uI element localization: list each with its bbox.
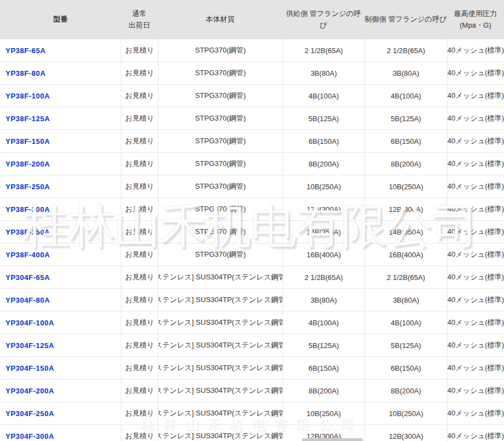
supply-flange-cell: 4B(100A) (282, 85, 364, 107)
model-link[interactable]: YP38F-300A (6, 205, 50, 214)
model-link[interactable]: YP304F-250A (6, 409, 54, 418)
ship-date-cell: お見積り (121, 107, 158, 130)
control-flange-cell: 8B(200A) (364, 153, 447, 175)
mesh-cell: 40メッシュ(標準) (447, 153, 504, 175)
mesh-cell: 40メッシュ(標準) (447, 334, 504, 357)
mesh-cell: 40メッシュ(標準) (447, 243, 504, 266)
model-link[interactable]: YP304F-100A (6, 319, 54, 327)
mesh-cell: 40メッシュ(標準) (447, 198, 504, 221)
model-link[interactable]: YP38F-400A (6, 251, 50, 259)
model-cell: YP38F-200A (0, 153, 121, 175)
table-row: YP304F-150A お見積り [ステンレス] SUS304TP(ステンレス鋼… (0, 357, 504, 380)
table-row: YP304F-200A お見積り [ステンレス] SUS304TP(ステンレス鋼… (0, 380, 504, 402)
ship-date-cell: お見積り (121, 243, 158, 266)
supply-flange-cell: 5B(125A) (282, 334, 364, 357)
material-cell: STPG370(鋼管) (158, 39, 282, 62)
control-flange-cell: 16B(400A) (364, 243, 447, 266)
ship-date-cell: お見積り (121, 334, 158, 357)
model-cell: YP38F-65A (0, 39, 121, 62)
model-cell: YP304F-80A (0, 289, 121, 312)
table-row: YP38F-125A お見積り STPG370(鋼管) 5B(125A) 5B(… (0, 107, 504, 130)
mesh-cell: 40メッシュ(標準) (447, 221, 504, 243)
material-cell: [ステンレス] SUS304TP(ステンレス鋼管) (158, 357, 282, 380)
model-cell: YP304F-100A (0, 312, 121, 334)
product-spec-page: 型番 通常 出荷日 本体材質 供給側 管フランジの呼び 制御側 管フランジの呼び… (0, 0, 504, 441)
control-flange-cell: 10B(250A) (364, 175, 447, 198)
model-link[interactable]: YP38F-250A (6, 183, 50, 191)
table-row: YP38F-300A お見積り STPG370(鋼管) 12B(300A) 12… (0, 198, 504, 221)
model-cell: YP304F-300A (0, 425, 121, 441)
material-cell: STPG370(鋼管) (158, 62, 282, 85)
mesh-cell: 40メッシュ(標準) (447, 175, 504, 198)
table-row: YP38F-100A お見積り STPG370(鋼管) 4B(100A) 4B(… (0, 85, 504, 107)
ship-date-cell: お見積り (121, 312, 158, 334)
control-flange-cell: 3B(80A) (364, 62, 447, 85)
model-link[interactable]: YP304F-80A (6, 296, 50, 304)
supply-flange-cell: 14B(350A) (282, 221, 364, 243)
ship-date-cell: お見積り (121, 402, 158, 425)
model-link[interactable]: YP38F-150A (6, 137, 50, 146)
model-link[interactable]: YP38F-350A (6, 228, 50, 236)
material-cell: STPG370(鋼管) (158, 153, 282, 175)
header-cell-max-pressure: 最高使用圧力 (Mpa・G) (447, 0, 504, 39)
supply-flange-cell: 3B(80A) (282, 289, 364, 312)
header-cell-supply-flange: 供給側 管フランジの呼び (282, 0, 364, 39)
control-flange-cell: 14B(350A) (364, 221, 447, 243)
control-flange-cell: 2 1/2B(65A) (364, 39, 447, 62)
model-link[interactable]: YP38F-65A (6, 46, 45, 55)
table-row: YP38F-250A お見積り STPG370(鋼管) 10B(250A) 10… (0, 175, 504, 198)
ship-date-cell: お見積り (121, 130, 158, 153)
mesh-cell: 40メッシュ(標準) (447, 266, 504, 289)
header-label-pressure-line2: (Mpa・G) (460, 20, 491, 31)
model-cell: YP38F-125A (0, 107, 121, 130)
material-cell: [ステンレス] SUS304TP(ステンレス鋼管) (158, 266, 282, 289)
model-link[interactable]: YP38F-125A (6, 115, 50, 123)
model-link[interactable]: YP304F-300A (6, 432, 54, 440)
model-cell: YP38F-400A (0, 243, 121, 266)
model-link[interactable]: YP304F-150A (6, 364, 54, 372)
header-label-supply: 供給側 管フランジの呼び (282, 8, 364, 30)
mesh-cell: 40メッシュ(標準) (447, 130, 504, 153)
model-cell: YP38F-250A (0, 175, 121, 198)
control-flange-cell: 3B(80A) (364, 289, 447, 312)
control-flange-cell: 8B(200A) (364, 380, 447, 402)
model-cell: YP38F-100A (0, 85, 121, 107)
horizontal-scrollbar-thumb[interactable] (302, 438, 363, 441)
ship-date-cell: お見積り (121, 62, 158, 85)
mesh-cell: 40メッシュ(標準) (447, 62, 504, 85)
header-cell-material: 本体材質 (158, 0, 282, 39)
material-cell: [ステンレス] SUS304TP(ステンレス鋼管) (158, 425, 282, 441)
supply-flange-cell: 6B(150A) (282, 130, 364, 153)
ship-date-cell: お見積り (121, 39, 158, 62)
table-row: YP38F-400A お見積り STPG370(鋼管) 16B(400A) 16… (0, 243, 504, 266)
ship-date-cell: お見積り (121, 425, 158, 441)
table-row: YP304F-100A お見積り [ステンレス] SUS304TP(ステンレス鋼… (0, 312, 504, 334)
supply-flange-cell: 16B(400A) (282, 243, 364, 266)
material-cell: STPG370(鋼管) (158, 130, 282, 153)
ship-date-cell: お見積り (121, 289, 158, 312)
control-flange-cell: 2 1/2B(65A) (364, 266, 447, 289)
model-link[interactable]: YP38F-200A (6, 160, 50, 168)
material-cell: STPG370(鋼管) (158, 107, 282, 130)
model-link[interactable]: YP304F-125A (6, 341, 54, 350)
ship-date-cell: お見積り (121, 380, 158, 402)
model-cell: YP304F-250A (0, 402, 121, 425)
model-link[interactable]: YP304F-65A (6, 273, 50, 282)
material-cell: STPG370(鋼管) (158, 221, 282, 243)
supply-flange-cell: 8B(200A) (282, 380, 364, 402)
mesh-cell: 40メッシュ(標準) (447, 107, 504, 130)
mesh-cell: 40メッシュ(標準) (447, 312, 504, 334)
material-cell: STPG370(鋼管) (158, 198, 282, 221)
model-link[interactable]: YP38F-100A (6, 92, 50, 100)
supply-flange-cell: 10B(250A) (282, 175, 364, 198)
material-cell: STPG370(鋼管) (158, 243, 282, 266)
model-link[interactable]: YP304F-200A (6, 387, 54, 395)
supply-flange-cell: 8B(200A) (282, 153, 364, 175)
control-flange-cell: 5B(125A) (364, 334, 447, 357)
control-flange-cell: 6B(150A) (364, 357, 447, 380)
ship-date-cell: お見積り (121, 221, 158, 243)
table-row: YP304F-65A お見積り [ステンレス] SUS304TP(ステンレス鋼管… (0, 266, 504, 289)
model-link[interactable]: YP38F-80A (6, 69, 45, 77)
control-flange-cell: 4B(100A) (364, 312, 447, 334)
supply-flange-cell: 2 1/2B(65A) (282, 266, 364, 289)
